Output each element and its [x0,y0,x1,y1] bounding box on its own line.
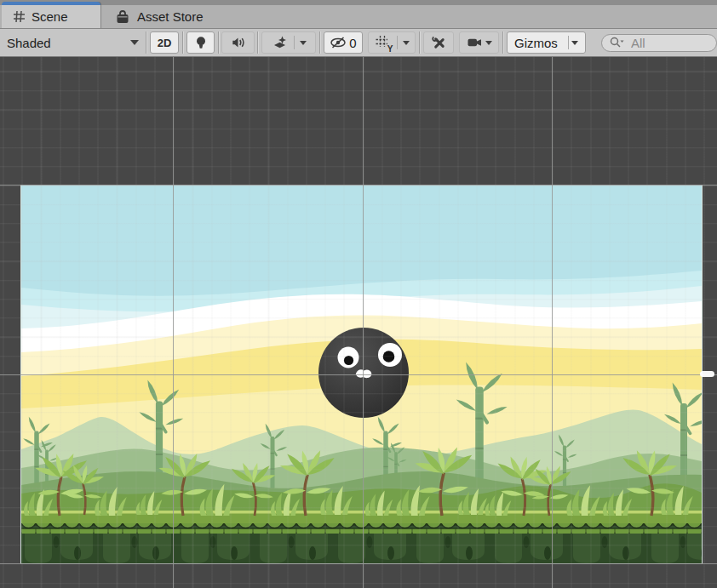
lightbulb-icon [193,35,209,50]
character-nose [356,369,371,378]
camera-view-rect [20,185,703,564]
chevron-down-icon [130,40,139,45]
wrench-screwdriver-icon [431,35,447,51]
player-character-sprite[interactable] [318,328,409,418]
shading-mode-dropdown[interactable]: Shaded [0,31,146,54]
scene-effects-button[interactable] [261,31,316,54]
shading-mode-label: Shaded [7,36,51,50]
button-divider [397,36,398,49]
asset-store-bag-icon [114,9,131,26]
platform-highlight [21,511,702,514]
chevron-down-icon [485,41,492,45]
toolbar-separator [257,31,258,54]
unity-editor-window: Scene Asset Store Shaded 2D [0,0,717,588]
component-tools-button[interactable] [423,31,454,54]
scene-search-field[interactable] [601,34,717,52]
viewport-edge-marker [700,371,714,377]
toolbar-separator [218,31,219,54]
scene-grid-icon [13,10,26,23]
gizmos-button[interactable]: Gizmos [507,31,586,54]
tab-asset-store[interactable]: Asset Store [106,5,204,28]
scene-audio-button[interactable] [221,31,255,54]
scene-viewport[interactable] [0,57,717,588]
eye-slash-icon [330,35,347,50]
scene-toolbar: Shaded 2D [0,28,717,57]
toolbar-separator [419,31,420,54]
hidden-objects-count: 0 [349,36,356,50]
platform-band [21,512,702,523]
search-icon [609,36,625,49]
toolbar-separator [182,31,183,54]
speaker-icon [231,35,246,50]
character-left-pupil [344,356,353,365]
search-input[interactable] [629,35,709,51]
tab-asset-store-label: Asset Store [137,9,204,24]
character-right-pupil [383,351,395,363]
scene-camera-button[interactable] [459,31,499,54]
toolbar-separator [319,31,320,54]
scene-artwork [21,186,702,563]
tab-bar: Scene Asset Store [0,0,717,28]
toggle-2d-button[interactable]: 2D [150,31,179,54]
grid-visibility-button[interactable]: Y [368,31,416,54]
toolbar-separator [502,31,503,54]
chevron-down-icon [571,41,578,45]
effects-star-icon [272,34,289,51]
button-divider [568,36,569,49]
button-divider [294,36,295,49]
tab-scene[interactable]: Scene [2,2,100,28]
chevron-down-icon [403,41,410,45]
soil-scallops [21,522,702,534]
scene-lighting-button[interactable] [186,31,215,54]
grid-axis-icon: Y [375,34,392,51]
chevron-down-icon [300,41,307,45]
tab-scene-label: Scene [32,9,68,24]
toolbar-separator [146,31,146,54]
video-camera-icon [467,35,483,50]
scene-visibility-button[interactable]: 0 [324,31,363,54]
